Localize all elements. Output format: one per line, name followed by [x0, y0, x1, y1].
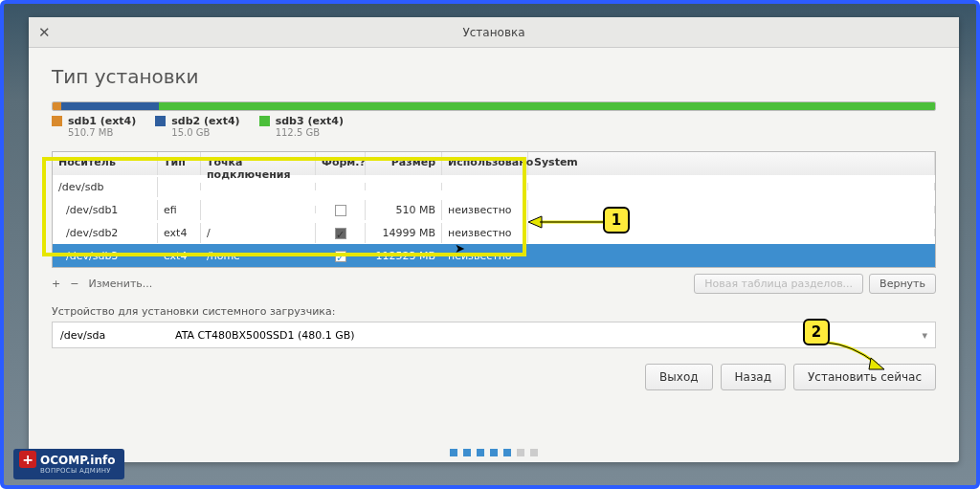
partition-legend: sdb1 (ext4)510.7 MB sdb2 (ext4)15.0 GB s… [52, 115, 936, 138]
legend-item: sdb3 (ext4)112.5 GB [259, 115, 344, 138]
annotation-arrow-2 [823, 341, 890, 373]
footer-buttons: Выход Назад Установить сейчас [52, 364, 936, 390]
legend-item: sdb1 (ext4)510.7 MB [52, 115, 136, 138]
cell-size: 14999 MB [366, 223, 442, 243]
format-checkbox[interactable] [335, 205, 346, 216]
bootloader-label: Устройство для установки системного загр… [52, 305, 936, 318]
cursor-icon: ➤ [455, 241, 465, 256]
disk-usage-bar [52, 101, 936, 111]
col-format: Форм.? [316, 152, 366, 175]
legend-swatch [52, 116, 62, 126]
disk-seg-sdb3 [159, 102, 935, 110]
site-logo: OCOMP.info ВОПРОСЫ АДМИНУ [13, 449, 124, 479]
cell-device: /dev/sdb [53, 177, 158, 197]
disk-seg-sdb2 [61, 102, 158, 110]
window-title: Установка [462, 26, 524, 39]
cell-type: ext4 [158, 223, 201, 243]
annotation-arrow-1 [528, 214, 605, 232]
legend-item: sdb2 (ext4)15.0 GB [155, 115, 239, 138]
col-used: Использовано [442, 152, 528, 175]
bootloader-device: /dev/sda [60, 329, 175, 342]
cell-size: 510 MB [366, 200, 442, 220]
legend-swatch [155, 116, 166, 126]
installer-window: ✕ Установка Тип установки sdb1 (ext4)510… [29, 17, 959, 462]
col-mount: Точка подключения [201, 152, 316, 175]
col-type: Тип [158, 152, 201, 175]
cell-mount: /home [201, 246, 316, 266]
annotation-badge-1: 1 [603, 207, 630, 233]
logo-subtext: ВОПРОСЫ АДМИНУ [40, 467, 115, 475]
table-row[interactable]: /dev/sdb1 efi 510 MB неизвестно [53, 198, 935, 221]
format-checkbox[interactable]: ✓ [335, 228, 346, 239]
legend-label: sdb2 (ext4) [171, 115, 239, 127]
step-indicator [450, 449, 538, 456]
cell-type: ext4 [158, 246, 201, 266]
legend-size: 112.5 GB [276, 127, 344, 138]
partition-table[interactable]: Носитель Тип Точка подключения Форм.? Ра… [52, 151, 936, 268]
col-system: System [528, 152, 935, 175]
svg-marker-3 [869, 358, 884, 369]
legend-label: sdb3 (ext4) [276, 115, 344, 127]
back-button[interactable]: Назад [721, 364, 786, 390]
cell-device: /dev/sdb3 [53, 246, 158, 266]
col-device: Носитель [53, 152, 158, 175]
cell-size: 112523 MB [366, 246, 442, 266]
table-header: Носитель Тип Точка подключения Форм.? Ра… [53, 152, 935, 175]
table-row-selected[interactable]: /dev/sdb3 ext4 /home ✓ 112523 MB неизвес… [53, 244, 935, 267]
legend-size: 510.7 MB [68, 127, 136, 138]
annotation-badge-2: 2 [803, 319, 830, 345]
legend-label: sdb1 (ext4) [68, 115, 136, 127]
logo-text: OCOMP.info [40, 454, 115, 467]
legend-swatch [259, 116, 270, 126]
page-title: Тип установки [52, 65, 936, 88]
table-row[interactable]: /dev/sdb [53, 175, 935, 198]
close-icon[interactable]: ✕ [38, 24, 51, 41]
format-checkbox[interactable]: ✓ [335, 251, 346, 262]
quit-button[interactable]: Выход [645, 364, 712, 390]
disk-seg-sdb1 [53, 102, 61, 110]
titlebar: ✕ Установка [29, 17, 959, 48]
cell-type: efi [158, 200, 201, 220]
table-row[interactable]: /dev/sdb2 ext4 / ✓ 14999 MB неизвестно [53, 221, 935, 244]
cell-device: /dev/sdb1 [53, 200, 158, 220]
cell-device: /dev/sdb2 [53, 223, 158, 243]
chevron-down-icon: ▾ [922, 329, 927, 342]
cell-mount: / [201, 223, 316, 243]
partition-toolbar: + − Изменить... Новая таблица разделов..… [52, 274, 936, 294]
cell-used: неизвестно [442, 223, 528, 243]
legend-size: 15.0 GB [171, 127, 239, 138]
new-table-button[interactable]: Новая таблица разделов... [694, 274, 863, 294]
cell-used: неизвестно [442, 200, 528, 220]
add-partition-button[interactable]: + [52, 278, 60, 290]
remove-partition-button[interactable]: − [70, 278, 78, 290]
cell-mount [201, 206, 316, 213]
col-size: Размер [366, 152, 442, 175]
svg-marker-1 [528, 216, 542, 228]
change-partition-button[interactable]: Изменить... [88, 278, 152, 290]
revert-button[interactable]: Вернуть [869, 274, 936, 294]
